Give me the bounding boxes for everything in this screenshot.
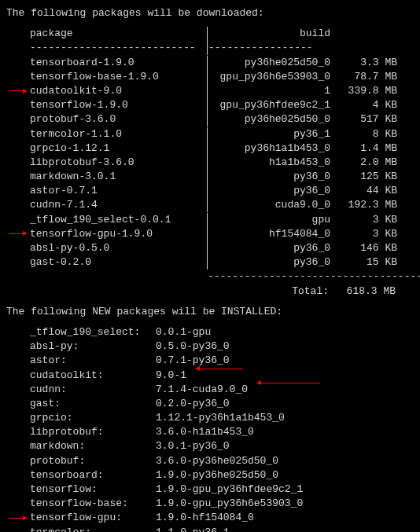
install-version: 7.1.4-cuda9.0_0 — [156, 383, 248, 397]
install-row: tensorflow-base:1.9.0-gpu_py36h6e53903_0 — [30, 497, 414, 511]
install-name: _tflow_190_select: — [30, 325, 156, 339]
install-name: protobuf: — [30, 454, 156, 468]
download-package: gast-0.2.0 — [30, 255, 207, 270]
download-row: tensorflow-1.9.0gpu_py36hfdee9c2_14 KB — [30, 98, 414, 112]
install-row: _tflow_190_select:0.0.1-gpu — [30, 325, 414, 339]
total-value: 618.3 MB — [329, 284, 396, 299]
total-label: Total: — [30, 284, 329, 299]
total-row: Total: 618.3 MB — [30, 284, 414, 299]
install-row: tensorflow:1.9.0-gpu_py36hfdee9c2_1 — [30, 482, 414, 497]
download-build: py36_0 — [208, 255, 330, 270]
install-name: tensorflow-gpu: — [30, 511, 156, 525]
install-version: 1.9.0-py36he025d50_0 — [156, 468, 278, 482]
download-size: 146 KB — [330, 241, 397, 255]
install-row: libprotobuf:3.6.0-h1a1b453_0 — [30, 425, 414, 439]
download-size: 517 KB — [330, 112, 397, 127]
download-build: gpu — [208, 213, 330, 227]
install-version: 1.9.0-hf154084_0 — [156, 511, 254, 525]
install-version: 0.7.1-py36_0 — [156, 354, 230, 368]
download-package: grpcio-1.12.1 — [30, 141, 207, 156]
install-name: libprotobuf: — [30, 425, 156, 439]
highlight-arrow-icon — [9, 84, 28, 98]
install-row: protobuf:3.6.0-py36he025d50_0 — [30, 454, 414, 468]
download-row: cudatoolkit-9.01339.8 MB — [30, 84, 414, 98]
highlight-arrow-icon — [257, 383, 320, 384]
install-row: cudatoolkit:9.0-1 — [30, 369, 414, 383]
install-row: grpcio:1.12.1-py36h1a1b453_0 — [30, 411, 414, 425]
install-version: 0.5.0-py36_0 — [156, 339, 230, 354]
highlight-arrow-icon — [9, 227, 28, 241]
install-version: 3.6.0-py36he025d50_0 — [156, 454, 278, 468]
download-row: protobuf-3.6.0py36he025d50_0517 KB — [30, 112, 414, 127]
download-package: tensorboard-1.9.0 — [30, 56, 207, 70]
download-row: cudnn-7.1.4cuda9.0_0192.3 MB — [30, 198, 414, 212]
col-package-header: package — [30, 27, 207, 41]
install-name: grpcio: — [30, 411, 156, 425]
download-package: tensorflow-base-1.9.0 — [30, 70, 207, 84]
install-version: 0.0.1-gpu — [156, 325, 211, 339]
download-size: 2.0 MB — [330, 156, 397, 170]
install-row: tensorboard:1.9.0-py36he025d50_0 — [30, 468, 414, 482]
download-build: gpu_py36h6e53903_0 — [208, 70, 330, 84]
download-row: tensorflow-gpu-1.9.0hf154084_03 KB — [30, 227, 414, 241]
download-row: markdown-3.0.1py36_0125 KB — [30, 170, 414, 184]
install-name: markdown: — [30, 439, 156, 453]
install-version: 0.2.0-py36_0 — [156, 397, 230, 411]
download-build: hf154084_0 — [208, 227, 330, 241]
download-package: cudnn-7.1.4 — [30, 198, 207, 212]
download-size: 339.8 MB — [330, 84, 397, 98]
download-size: 15 KB — [330, 255, 397, 270]
download-build: 1 — [208, 84, 330, 98]
download-package: libprotobuf-3.6.0 — [30, 156, 207, 170]
download-build: gpu_py36hfdee9c2_1 — [208, 98, 330, 112]
download-row: absl-py-0.5.0py36_0146 KB — [30, 241, 414, 255]
install-row: tensorflow-gpu:1.9.0-hf154084_0 — [30, 511, 414, 525]
download-package: markdown-3.0.1 — [30, 170, 207, 184]
download-build: py36h1a1b453_0 — [208, 141, 330, 156]
install-row: markdown:3.0.1-py36_0 — [30, 439, 414, 453]
download-build: py36_0 — [208, 184, 330, 198]
header-divider: ----------------------------------------… — [30, 41, 414, 55]
download-row: tensorboard-1.9.0py36he025d50_03.3 MB — [30, 56, 414, 70]
footer-divider: ----------------------------------------… — [30, 270, 414, 284]
highlight-arrow-icon — [9, 511, 28, 525]
install-version: 1.9.0-gpu_py36hfdee9c2_1 — [156, 482, 303, 497]
download-size: 1.4 MB — [330, 141, 397, 156]
download-size: 192.3 MB — [330, 198, 397, 212]
download-package: tensorflow-gpu-1.9.0 — [30, 227, 207, 241]
install-version: 9.0-1 — [156, 369, 186, 383]
install-row: termcolor:1.1.0-py36_1 — [30, 526, 414, 532]
download-row: astor-0.7.1py36_044 KB — [30, 184, 414, 198]
download-row: _tflow_190_select-0.0.1gpu3 KB — [30, 213, 414, 227]
install-name: gast: — [30, 397, 156, 411]
download-size: 3 KB — [330, 227, 397, 241]
install-name: termcolor: — [30, 526, 156, 532]
install-row: gast:0.2.0-py36_0 — [30, 397, 414, 411]
download-size: 8 KB — [330, 127, 397, 141]
install-heading: The following NEW packages will be INSTA… — [6, 305, 414, 319]
download-package: cudatoolkit-9.0 — [30, 84, 207, 98]
download-package: astor-0.7.1 — [30, 184, 207, 198]
install-name: astor: — [30, 354, 156, 368]
download-build: cuda9.0_0 — [208, 198, 330, 212]
download-package: tensorflow-1.9.0 — [30, 98, 207, 112]
download-package: protobuf-3.6.0 — [30, 112, 207, 127]
install-row: absl-py:0.5.0-py36_0 — [30, 339, 414, 354]
download-build: py36_0 — [208, 170, 330, 184]
download-size: 4 KB — [330, 98, 397, 112]
install-name: tensorboard: — [30, 468, 156, 482]
download-row: termcolor-1.1.0py36_18 KB — [30, 127, 414, 141]
download-build: py36he025d50_0 — [208, 112, 330, 127]
download-row: gast-0.2.0py36_015 KB — [30, 255, 414, 270]
install-name: absl-py: — [30, 339, 156, 354]
download-build: h1a1b453_0 — [208, 156, 330, 170]
download-package: _tflow_190_select-0.0.1 — [30, 213, 207, 227]
download-size: 3 KB — [330, 213, 397, 227]
download-size: 44 KB — [330, 184, 397, 198]
col-build-header: build — [208, 27, 330, 41]
download-package: termcolor-1.1.0 — [30, 127, 207, 141]
download-build: py36_0 — [208, 241, 330, 255]
download-size: 78.7 MB — [330, 70, 397, 84]
download-row: grpcio-1.12.1py36h1a1b453_01.4 MB — [30, 141, 414, 156]
download-package: absl-py-0.5.0 — [30, 241, 207, 255]
